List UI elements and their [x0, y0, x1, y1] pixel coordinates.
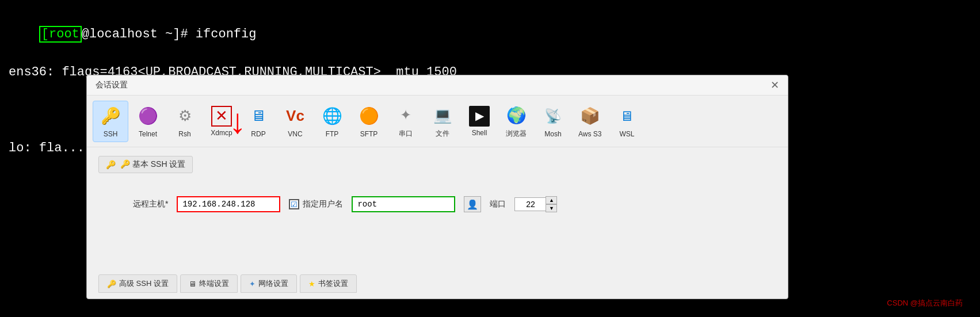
rdp-icon: 🖥 — [247, 105, 270, 128]
protocol-browser-label: 浏览器 — [506, 129, 527, 139]
protocol-rdp-label: RDP — [251, 130, 265, 138]
protocol-mosh-label: Mosh — [544, 130, 561, 138]
port-increment-button[interactable]: ▲ — [546, 196, 557, 204]
protocol-ssh[interactable]: 🔑 SSH — [93, 101, 128, 142]
tab-terminal-settings[interactable]: 🖥 终端设置 — [180, 274, 238, 293]
csdn-watermark: CSDN @搞点云南白药 — [887, 298, 963, 308]
close-button[interactable]: ✕ — [771, 80, 779, 90]
protocol-shell-label: Shell — [472, 129, 487, 137]
tab-bookmark-settings[interactable]: ★ 书签设置 — [300, 274, 357, 293]
vnc-icon: Vc — [284, 105, 307, 128]
specify-user-checkbox-label[interactable]: ☑ 指定用户名 — [289, 199, 343, 209]
dialog-titlebar: 会话设置 ✕ — [87, 75, 788, 96]
red-arrow: ↓ — [227, 106, 248, 141]
advanced-ssh-label: 高级 SSH 设置 — [119, 278, 169, 289]
port-label: 端口 — [490, 199, 506, 209]
advanced-ssh-icon: 🔑 — [107, 280, 116, 288]
protocol-rsh-label: Rsh — [178, 130, 190, 138]
protocol-rsh[interactable]: ⚙ Rsh — [167, 101, 202, 142]
terminal-prompt-root: [root — [39, 26, 82, 43]
terminal-settings-label: 终端设置 — [199, 278, 229, 289]
protocol-telnet-label: Telnet — [139, 130, 157, 138]
protocol-ssh-label: SSH — [104, 130, 118, 138]
user-icon-button[interactable]: 👤 — [464, 196, 481, 212]
network-settings-icon: ✦ — [249, 280, 256, 288]
ssh-section-header: 🔑 🔑 基本 SSH 设置 — [98, 156, 193, 173]
ssh-section-icon: 🔑 — [106, 160, 116, 169]
specify-user-checkbox[interactable]: ☑ — [289, 199, 299, 209]
protocol-bar: 🔑 SSH 🟣 Telnet ⚙ Rsh ✕ Xdmcp 🖥 RDP Vc VN… — [87, 96, 788, 147]
protocol-sftp-label: SFTP — [360, 130, 378, 138]
awss3-icon: 📦 — [578, 105, 601, 128]
protocol-awss3-label: Aws S3 — [578, 130, 601, 138]
telnet-icon: 🟣 — [136, 105, 159, 128]
protocol-file[interactable]: 💻 文件 — [425, 100, 460, 142]
shell-icon: ▶ — [469, 106, 490, 127]
bookmark-settings-label: 书签设置 — [318, 278, 348, 289]
protocol-telnet[interactable]: 🟣 Telnet — [131, 101, 165, 142]
protocol-serial[interactable]: ✦ 串口 — [388, 100, 423, 142]
ssh-section-title: 🔑 基本 SSH 设置 — [120, 159, 185, 170]
bottom-tabs: 🔑 高级 SSH 设置 🖥 终端设置 ✦ 网络设置 ★ 书签设置 — [98, 274, 357, 293]
form-row: 远程主机* ☑ 指定用户名 👤 端口 ▲ ▼ — [133, 196, 776, 212]
wsl-icon: 🖥 — [615, 105, 638, 128]
protocol-sftp[interactable]: 🟠 SFTP — [352, 101, 386, 142]
session-settings-dialog: 会话设置 ✕ 🔑 SSH 🟣 Telnet ⚙ Rsh ✕ Xdmcp 🖥 RD… — [86, 75, 788, 299]
protocol-ftp-label: FTP — [326, 130, 339, 138]
ssh-icon: 🔑 — [99, 105, 122, 128]
terminal-settings-icon: 🖥 — [189, 280, 196, 288]
bookmark-settings-icon: ★ — [308, 280, 315, 288]
protocol-vnc-label: VNC — [288, 130, 302, 138]
protocol-ftp[interactable]: 🌐 FTP — [315, 101, 349, 142]
port-control: ▲ ▼ — [514, 196, 557, 212]
mosh-icon: 📡 — [542, 105, 565, 128]
port-input[interactable] — [514, 197, 546, 211]
protocol-file-label: 文件 — [436, 129, 449, 139]
rsh-icon: ⚙ — [173, 105, 196, 128]
terminal-line-1: [root@localhost ~]# ifconfig — [9, 6, 971, 63]
protocol-vnc[interactable]: Vc VNC — [278, 101, 312, 142]
tab-advanced-ssh[interactable]: 🔑 高级 SSH 设置 — [98, 274, 177, 293]
username-input[interactable] — [352, 196, 455, 212]
protocol-browser[interactable]: 🌍 浏览器 — [499, 100, 533, 142]
ftp-icon: 🌐 — [321, 105, 344, 128]
protocol-shell[interactable]: ▶ Shell — [462, 102, 497, 140]
host-input[interactable] — [177, 196, 280, 212]
file-icon: 💻 — [431, 104, 454, 127]
protocol-serial-label: 串口 — [399, 129, 413, 139]
specify-user-text: 指定用户名 — [303, 199, 343, 209]
sftp-icon: 🟠 — [357, 105, 380, 128]
port-spinner: ▲ ▼ — [546, 196, 557, 212]
protocol-wsl[interactable]: 🖥 WSL — [609, 101, 644, 142]
protocol-wsl-label: WSL — [619, 130, 634, 138]
port-decrement-button[interactable]: ▼ — [546, 204, 557, 212]
browser-icon: 🌍 — [505, 104, 528, 127]
network-settings-label: 网络设置 — [258, 278, 288, 289]
serial-icon: ✦ — [394, 104, 417, 127]
protocol-mosh[interactable]: 📡 Mosh — [536, 101, 570, 142]
host-label: 远程主机* — [133, 199, 168, 209]
protocol-awss3[interactable]: 📦 Aws S3 — [573, 101, 607, 142]
dialog-content: 🔑 🔑 基本 SSH 设置 远程主机* ☑ 指定用户名 👤 端口 ▲ ▼ — [87, 147, 788, 230]
dialog-title: 会话设置 — [96, 80, 128, 90]
tab-network-settings[interactable]: ✦ 网络设置 — [241, 274, 297, 293]
